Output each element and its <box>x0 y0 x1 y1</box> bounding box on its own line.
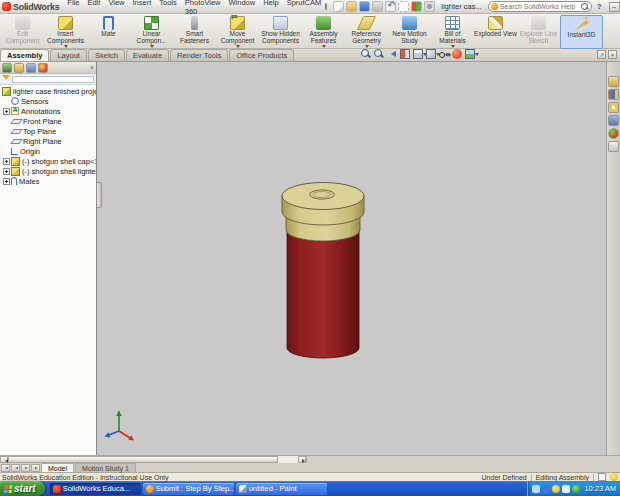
zoom-to-area-icon[interactable] <box>374 49 384 59</box>
tray-display-icon[interactable] <box>532 485 540 493</box>
close-pane-icon[interactable] <box>608 50 617 59</box>
tree-item-annotations[interactable]: Annotations <box>0 106 96 116</box>
hide-show-items-icon[interactable] <box>439 49 449 59</box>
tree-item-origin[interactable]: Origin <box>0 146 96 156</box>
ribbon-button-move-component[interactable]: Move Component <box>216 15 259 49</box>
tab-render-tools[interactable]: Render Tools <box>170 49 228 61</box>
apply-scene-icon[interactable] <box>465 49 475 59</box>
featuremanager-tab-icon[interactable] <box>2 63 12 73</box>
solidworks-resources-icon[interactable] <box>608 76 619 87</box>
display-style-icon[interactable] <box>426 49 436 59</box>
scroll-thumb[interactable] <box>8 456 278 463</box>
tree-item-sensors[interactable]: Sensors <box>0 96 96 106</box>
zoom-to-fit-icon[interactable] <box>361 49 371 59</box>
undo-icon[interactable] <box>385 1 396 12</box>
tray-update-icon[interactable] <box>572 485 580 493</box>
search-icon[interactable] <box>580 2 589 11</box>
scroll-track[interactable] <box>8 456 298 463</box>
taskbar-button-browser[interactable]: Submit : Step By Step... <box>143 483 234 495</box>
ribbon-button-bill-of-materials[interactable]: Bill of Materials <box>431 15 474 49</box>
appearances-scenes-icon[interactable] <box>608 128 619 139</box>
section-view-icon[interactable] <box>400 49 410 59</box>
taskbar-button-paint[interactable]: untitled - Paint <box>236 483 327 495</box>
filter-input[interactable] <box>12 76 94 83</box>
search-input[interactable] <box>500 3 578 10</box>
app-logo: SolidWorks <box>2 2 59 12</box>
minimize-icon[interactable] <box>609 2 620 12</box>
filter-icon[interactable] <box>2 75 10 84</box>
new-document-icon[interactable] <box>333 1 344 12</box>
propertymanager-tab-icon[interactable] <box>14 63 24 73</box>
start-button[interactable]: start <box>0 481 45 496</box>
tab-office-products[interactable]: Office Products <box>229 49 294 61</box>
tab-model[interactable]: Model <box>41 463 74 472</box>
expand-icon[interactable] <box>3 168 10 175</box>
tray-volume-icon[interactable] <box>562 485 570 493</box>
ribbon-button-reference-geometry[interactable]: Reference Geometry <box>345 15 388 49</box>
view-orientation-icon[interactable] <box>413 49 423 59</box>
horizontal-scrollbar[interactable] <box>0 456 307 463</box>
configurationmanager-tab-icon[interactable] <box>26 63 36 73</box>
file-explorer-icon[interactable] <box>608 102 619 113</box>
tab-scroll-first-icon[interactable] <box>1 464 10 472</box>
design-library-icon[interactable] <box>608 89 619 100</box>
print-icon[interactable] <box>372 1 383 12</box>
tray-network-icon[interactable] <box>542 485 550 493</box>
taskbar-button-solidworks[interactable]: SolidWorks Educa... <box>50 483 141 495</box>
ribbon-button-assembly-features[interactable]: Assembly Features <box>302 15 345 49</box>
tree-item-shotgun-shell-lighter-case[interactable]: (-) shotgun shell lighter case <box>0 166 96 176</box>
edit-component-icon <box>15 16 30 30</box>
tab-evaluate[interactable]: Evaluate <box>126 49 169 61</box>
ribbon-button-linear-pattern[interactable]: Linear Compon... <box>130 15 173 49</box>
scroll-right-icon[interactable] <box>298 456 306 463</box>
previous-view-icon[interactable] <box>387 49 397 59</box>
tab-layout[interactable]: Layout <box>50 49 87 61</box>
ribbon-button-exploded-view[interactable]: Exploded View <box>474 15 517 49</box>
graphics-viewport[interactable] <box>97 62 606 455</box>
ribbon-button-smart-fasteners[interactable]: Smart Fasteners <box>173 15 216 49</box>
rebuild-icon[interactable] <box>411 1 422 12</box>
tree-item-root[interactable]: lighter case finished project (De <box>0 86 96 96</box>
options-icon[interactable] <box>424 1 435 12</box>
quick-tips-icon[interactable] <box>610 473 618 481</box>
save-icon[interactable] <box>359 1 370 12</box>
custom-properties-icon[interactable] <box>608 141 619 152</box>
note-icon[interactable] <box>598 473 606 481</box>
tab-scroll-last-icon[interactable] <box>31 464 40 472</box>
panel-splitter-handle[interactable] <box>97 182 102 208</box>
ribbon-button-show-hidden-components[interactable]: Show Hidden Components <box>259 15 302 49</box>
shotgun-shell-model[interactable] <box>267 162 387 377</box>
tab-scroll-right-icon[interactable] <box>21 464 30 472</box>
selection-filter-icon[interactable] <box>398 1 409 12</box>
displaymanager-tab-icon[interactable] <box>38 63 48 73</box>
tree-item-right-plane[interactable]: Right Plane <box>0 136 96 146</box>
tab-scroll-left-icon[interactable] <box>11 464 20 472</box>
ribbon-button-mate[interactable]: Mate <box>87 15 130 49</box>
tree-item-front-plane[interactable]: Front Plane <box>0 116 96 126</box>
expand-icon[interactable] <box>3 108 10 115</box>
tab-sketch[interactable]: Sketch <box>88 49 125 61</box>
taskbar: start SolidWorks Educa... Submit : Step … <box>0 481 620 496</box>
expand-icon[interactable] <box>3 178 10 185</box>
mates-icon <box>11 177 17 185</box>
ribbon-label: Exploded View <box>474 30 517 37</box>
scroll-left-icon[interactable] <box>0 456 8 463</box>
tree-item-shotgun-shell-cap[interactable]: (-) shotgun shell cap<1> (De <box>0 156 96 166</box>
tree-item-top-plane[interactable]: Top Plane <box>0 126 96 136</box>
chevron-right-icon[interactable]: » <box>90 64 94 71</box>
expand-icon[interactable] <box>3 158 10 165</box>
open-document-icon[interactable] <box>346 1 357 12</box>
tab-assembly[interactable]: Assembly <box>0 49 49 61</box>
view-palette-icon[interactable] <box>608 115 619 126</box>
tree-item-mates[interactable]: Mates <box>0 176 96 186</box>
help-button[interactable]: ? <box>595 2 604 11</box>
ribbon-button-new-motion-study[interactable]: New Motion Study <box>388 15 431 49</box>
edit-appearance-icon[interactable] <box>452 49 462 59</box>
menu-pin-icon[interactable] <box>325 3 327 10</box>
ribbon-button-insert-components[interactable]: Insert Components <box>44 15 87 49</box>
tray-security-icon[interactable] <box>552 485 560 493</box>
ribbon-button-instant3d[interactable]: Instant3D <box>560 15 603 49</box>
collapse-pane-icon[interactable] <box>597 50 606 59</box>
tab-motion-study-1[interactable]: Motion Study 1 <box>75 463 136 472</box>
document-name[interactable]: lighter cas... <box>441 2 481 11</box>
